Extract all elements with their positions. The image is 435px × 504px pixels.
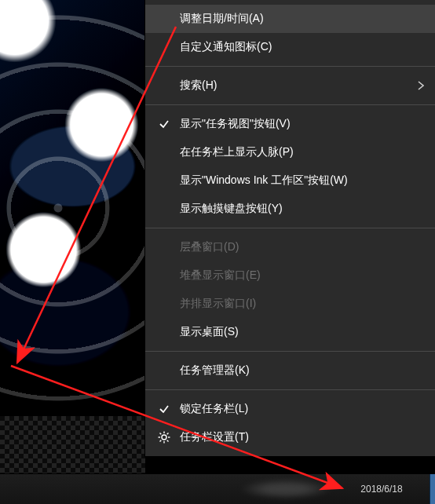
menu-item-label: 并排显示窗口(I) [180,297,256,311]
menu-separator [145,66,435,67]
menu-separator [145,389,435,390]
menu-item-label: 层叠窗口(D) [180,240,239,254]
menu-item-icon-slot [155,356,174,385]
menu-item[interactable]: 显示"Windows Ink 工作区"按钮(W) [145,166,435,195]
menu-item-label: 显示触摸键盘按钮(Y) [180,202,283,216]
menu-item-label: 任务管理器(K) [180,363,250,378]
svg-point-0 [162,435,166,440]
menu-item[interactable]: 任务栏设置(T) [145,423,435,451]
menu-item[interactable]: 显示"任务视图"按钮(V) [145,110,435,138]
system-tray[interactable] [239,479,333,499]
taskbar-clock[interactable]: 2018/6/18 [334,474,429,504]
menu-item-icon-slot [155,33,174,61]
menu-item-label: 锁定任务栏(L) [180,402,248,416]
menu-item-icon-slot [155,318,174,346]
menu-item[interactable]: 显示桌面(S) [145,318,435,346]
menu-item-label: 任务栏设置(T) [180,430,249,444]
menu-separator [145,228,435,228]
show-desktop-button[interactable] [430,474,435,504]
desktop-background-art [0,0,145,416]
menu-item-label: 显示桌面(S) [180,325,239,339]
menu-item[interactable]: 显示触摸键盘按钮(Y) [145,195,435,223]
menu-item-icon-slot [155,166,174,195]
svg-line-8 [167,433,169,435]
menu-item[interactable]: 搜索(H) [145,71,435,100]
menu-item[interactable]: 锁定任务栏(L) [145,395,435,423]
check-icon [155,395,174,423]
menu-item-icon-slot [155,71,174,100]
svg-line-5 [160,433,162,435]
menu-item-label: 显示"任务视图"按钮(V) [180,117,291,131]
menu-item-label: 在任务栏上显示人脉(P) [180,145,294,159]
menu-item-icon-slot [155,138,174,166]
menu-item: 层叠窗口(D) [145,233,435,261]
menu-item[interactable]: 在任务栏上显示人脉(P) [145,138,435,166]
menu-item-label: 显示"Windows Ink 工作区"按钮(W) [180,173,348,188]
desktop-background-pattern [0,416,145,474]
menu-item-icon-slot [155,233,174,261]
menu-item-label: 堆叠显示窗口(E) [180,268,261,283]
menu-item[interactable]: 调整日期/时间(A) [145,5,435,33]
svg-line-6 [167,440,169,442]
taskbar-context-menu: 调整日期/时间(A)自定义通知图标(C)搜索(H)显示"任务视图"按钮(V)在任… [145,0,435,456]
taskbar[interactable]: 2018/6/18 [0,473,435,504]
taskbar-date: 2018/6/18 [360,484,402,495]
menu-item-label: 调整日期/时间(A) [180,12,264,26]
gear-icon [155,423,174,451]
menu-item-label: 自定义通知图标(C) [180,40,272,54]
menu-item-icon-slot [155,5,174,33]
menu-item: 并排显示窗口(I) [145,290,435,318]
menu-item-icon-slot [155,195,174,223]
menu-separator [145,104,435,105]
menu-item: 堆叠显示窗口(E) [145,261,435,290]
menu-item-label: 搜索(H) [180,79,217,93]
svg-line-7 [160,440,162,442]
check-icon [155,110,174,138]
menu-item[interactable]: 自定义通知图标(C) [145,33,435,61]
menu-item[interactable]: 任务管理器(K) [145,356,435,385]
menu-item-icon-slot [155,261,174,290]
chevron-right-icon [418,71,424,100]
menu-separator [145,351,435,352]
menu-item-icon-slot [155,290,174,318]
